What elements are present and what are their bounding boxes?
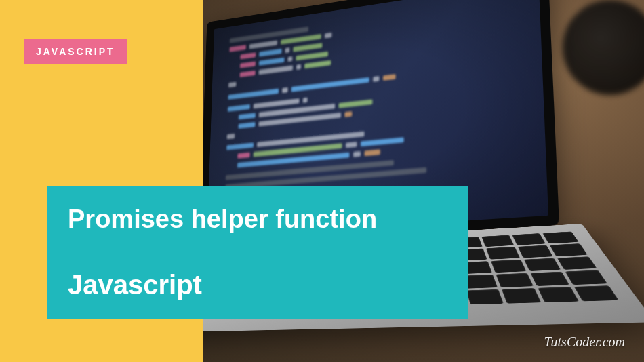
title-line-1: Promises helper function bbox=[68, 205, 447, 234]
title-line-2: Javascript bbox=[68, 270, 447, 300]
watermark-text: TutsCoder.com bbox=[544, 334, 625, 350]
category-badge-label: JAVASCRIPT bbox=[36, 46, 115, 57]
title-block: Promises helper function Javascript bbox=[47, 186, 468, 319]
category-badge: JAVASCRIPT bbox=[24, 39, 127, 64]
thumbnail-card: JAVASCRIPT Promises helper function Java… bbox=[0, 0, 644, 362]
